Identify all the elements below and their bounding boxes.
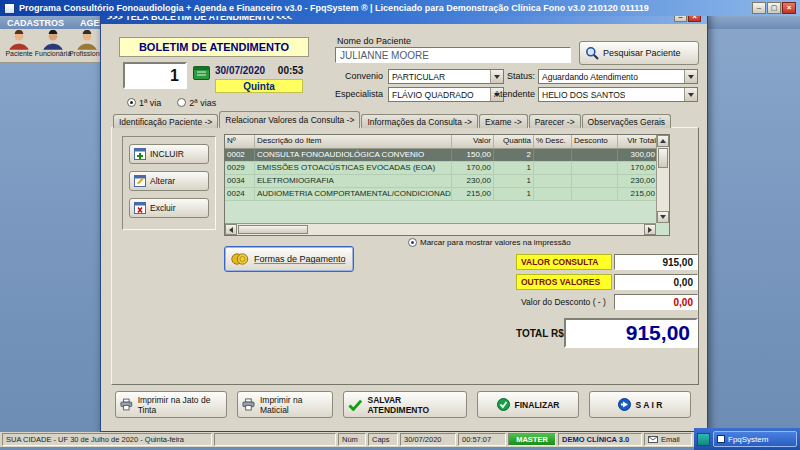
tab-observacoes[interactable]: Observações Gerais xyxy=(582,114,671,128)
formas-pagamento-button[interactable]: Formas de Pagamento xyxy=(224,246,354,272)
calendar-icon xyxy=(193,65,210,80)
status-capslock: Caps xyxy=(368,433,398,446)
scroll-thumb[interactable] xyxy=(238,225,308,234)
status-numlock: Núm xyxy=(338,433,366,446)
print-values-radio[interactable]: Marcar para mostrar valores na impressão xyxy=(408,238,571,247)
menu-cadastros[interactable]: CADASTROS xyxy=(7,18,64,28)
table-row[interactable]: 0024 AUDIOMETRIA COMPORTAMENTAL/CONDICIO… xyxy=(225,188,658,201)
table-row[interactable]: 0034 ELETROMIOGRAFIA 230,00 1 230,00 xyxy=(225,175,658,188)
coins-icon xyxy=(231,252,249,266)
status-select[interactable]: Aguardando Atendimento xyxy=(538,69,698,84)
toolbar-item-funcionaria[interactable]: Funcionária xyxy=(36,29,70,62)
col-header-valor[interactable]: Valor xyxy=(452,135,494,148)
convenio-select[interactable]: PARTICULAR xyxy=(388,69,504,84)
convenio-label: Convenio xyxy=(329,71,383,81)
via2-radio[interactable]: 2ª vias xyxy=(177,98,216,108)
vertical-scrollbar[interactable] xyxy=(656,135,669,223)
search-patient-button[interactable]: Pesquisar Paciente xyxy=(579,41,699,65)
status-master-badge: MASTER xyxy=(508,433,556,446)
boletim-header: BOLETIM DE ATENDIMENTO xyxy=(119,37,309,57)
check-icon xyxy=(348,399,363,411)
status-label: Status: xyxy=(497,71,535,81)
tab-valores-consulta[interactable]: Relacionar Valores da Consulta -> xyxy=(219,111,360,128)
scroll-up-icon[interactable] xyxy=(657,135,669,147)
toolbar: Paciente Funcionária Profissional xyxy=(0,29,104,63)
via1-radio[interactable]: 1ª via xyxy=(127,98,161,108)
incluir-button[interactable]: INCLUIR xyxy=(129,144,209,164)
tab-panel: INCLUIR Alterar Excluir xyxy=(111,127,699,385)
col-header-descricao[interactable]: Descrição do Item xyxy=(255,135,452,148)
table-header-row: Nº Descrição do Item Valor Quantia % Des… xyxy=(225,135,658,149)
print-matrix-button[interactable]: Imprimir na Maticial xyxy=(237,391,333,418)
status-clinic: DEMO CLÍNICA 3.0 xyxy=(558,433,642,446)
valor-consulta-field[interactable]: 915,00 xyxy=(614,254,698,270)
alterar-button[interactable]: Alterar xyxy=(129,171,209,191)
radio-icon xyxy=(408,238,417,247)
person-icon xyxy=(6,30,32,50)
radio-icon xyxy=(127,98,136,107)
tab-identificacao[interactable]: Identificação Paciente -> xyxy=(113,114,218,128)
record-number-field[interactable]: 1 xyxy=(123,62,187,89)
toolbar-item-profissional[interactable]: Profissional xyxy=(70,29,104,62)
app-titlebar: Programa Consultório Fonoaudiologia + Ag… xyxy=(0,0,800,16)
outros-valores-label: OUTROS VALORES xyxy=(516,274,612,290)
app-icon xyxy=(4,3,15,14)
salvar-atendimento-button[interactable]: SALVAR ATENDIMENTO xyxy=(343,391,467,418)
especialista-select[interactable]: FLÁVIO QUADRADO xyxy=(388,87,504,102)
status-email[interactable]: Email xyxy=(644,433,692,446)
toolbar-item-paciente[interactable]: Paciente xyxy=(2,29,36,62)
atendente-select[interactable]: HELIO DOS SANTOS xyxy=(538,87,698,102)
tab-informacoes[interactable]: Informações da Consulta -> xyxy=(361,114,478,128)
weekday-badge: Quinta xyxy=(215,79,303,93)
sair-button[interactable]: S A I R xyxy=(589,391,691,418)
print-inkjet-button[interactable]: Imprimir na Jato de Tinta xyxy=(115,391,227,418)
table-row[interactable]: 0029 EMISSÕES OTOACÚSTICAS EVOCADAS (EOA… xyxy=(225,162,658,175)
col-header-quantia[interactable]: Quantia xyxy=(494,135,534,148)
app-window: Programa Consultório Fonoaudiologia + Ag… xyxy=(0,0,800,450)
person-icon xyxy=(74,30,100,50)
desconto-field[interactable]: 0,00 xyxy=(614,294,698,310)
status-location: SUA CIDADE - UF 30 de Julho de 2020 - Qu… xyxy=(2,433,212,446)
scroll-down-icon[interactable] xyxy=(657,211,669,223)
chevron-down-icon[interactable] xyxy=(684,70,697,83)
tray-app-icon[interactable] xyxy=(697,433,710,446)
delete-item-icon xyxy=(134,202,146,214)
statusbar: SUA CIDADE - UF 30 de Julho de 2020 - Qu… xyxy=(0,432,694,447)
search-icon xyxy=(585,46,599,60)
taskbar-app-button[interactable]: FpqSystem xyxy=(713,431,797,447)
desconto-label: Valor do Desconto ( - ) xyxy=(516,294,612,310)
valor-consulta-label: VALOR CONSULTA xyxy=(516,254,612,270)
edit-item-icon xyxy=(134,175,146,187)
window-controls xyxy=(752,2,796,14)
col-header-num[interactable]: Nº xyxy=(225,135,255,148)
close-icon[interactable] xyxy=(782,2,796,14)
status-date: 30/07/2020 xyxy=(400,433,456,446)
excluir-button[interactable]: Excluir xyxy=(129,198,209,218)
scroll-right-icon[interactable] xyxy=(644,224,656,235)
col-header-vlr-total[interactable]: Vlr Total xyxy=(618,135,658,148)
item-actions-group: INCLUIR Alterar Excluir xyxy=(122,136,216,230)
minimize-icon[interactable] xyxy=(752,2,766,14)
col-header-desconto[interactable]: Desconto xyxy=(572,135,618,148)
scroll-thumb[interactable] xyxy=(658,148,668,168)
app-title: Programa Consultório Fonoaudiologia + Ag… xyxy=(19,3,649,13)
patient-name-field[interactable]: JULIANNE MOORE xyxy=(335,47,571,63)
person-icon xyxy=(40,30,66,50)
date-time: 30/07/2020 00:53 xyxy=(215,65,303,76)
status-empty xyxy=(214,433,336,446)
via-options: 1ª via 2ª vias xyxy=(127,98,216,108)
scroll-left-icon[interactable] xyxy=(225,224,237,235)
exit-icon xyxy=(618,398,631,411)
col-header-perc-desc[interactable]: % Desc. xyxy=(534,135,572,148)
radio-icon xyxy=(177,98,186,107)
tab-parecer[interactable]: Parecer -> xyxy=(529,114,581,128)
finalizar-button[interactable]: FINALIZAR xyxy=(477,391,579,418)
horizontal-scrollbar[interactable] xyxy=(225,223,656,235)
maximize-icon[interactable] xyxy=(767,2,781,14)
especialista-label: Especialista xyxy=(325,89,383,99)
chevron-down-icon[interactable] xyxy=(684,88,697,101)
patient-name-label: Nome do Paciente xyxy=(337,36,411,46)
tab-exame[interactable]: Exame -> xyxy=(479,114,528,128)
table-row[interactable]: 0002 CONSULTA FONOAUDIOLÓGICA CONVENIO 1… xyxy=(225,149,658,162)
outros-valores-field[interactable]: 0,00 xyxy=(614,274,698,290)
